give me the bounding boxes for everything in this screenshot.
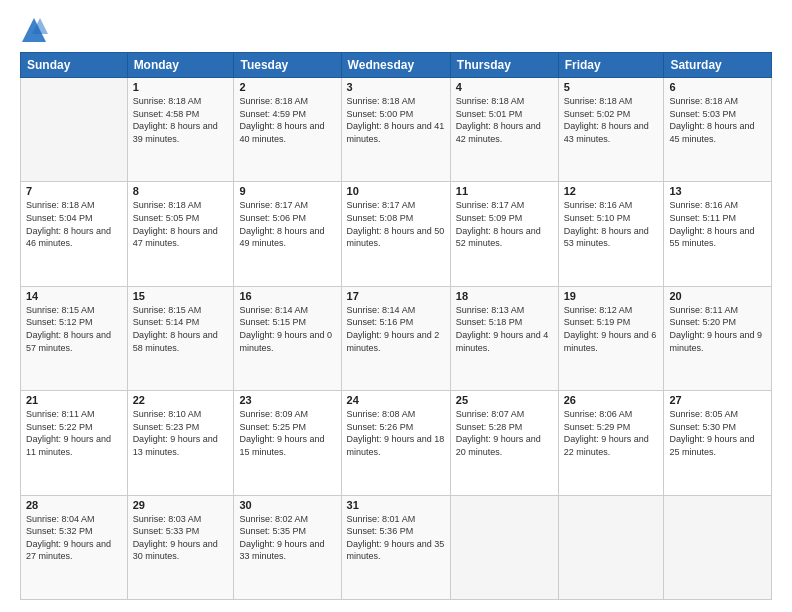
header-day: Wednesday [341,53,450,78]
calendar-cell: 14Sunrise: 8:15 AMSunset: 5:12 PMDayligh… [21,286,128,390]
calendar-cell: 15Sunrise: 8:15 AMSunset: 5:14 PMDayligh… [127,286,234,390]
day-number: 22 [133,394,229,406]
day-info: Sunrise: 8:17 AMSunset: 5:08 PMDaylight:… [347,199,445,249]
day-number: 7 [26,185,122,197]
week-row: 21Sunrise: 8:11 AMSunset: 5:22 PMDayligh… [21,391,772,495]
day-number: 27 [669,394,766,406]
day-info: Sunrise: 8:15 AMSunset: 5:14 PMDaylight:… [133,304,229,354]
calendar-cell: 29Sunrise: 8:03 AMSunset: 5:33 PMDayligh… [127,495,234,599]
logo-icon [20,16,48,44]
calendar-cell: 5Sunrise: 8:18 AMSunset: 5:02 PMDaylight… [558,78,664,182]
calendar-cell: 24Sunrise: 8:08 AMSunset: 5:26 PMDayligh… [341,391,450,495]
calendar-cell: 27Sunrise: 8:05 AMSunset: 5:30 PMDayligh… [664,391,772,495]
day-info: Sunrise: 8:18 AMSunset: 5:01 PMDaylight:… [456,95,553,145]
day-info: Sunrise: 8:18 AMSunset: 4:58 PMDaylight:… [133,95,229,145]
day-info: Sunrise: 8:11 AMSunset: 5:22 PMDaylight:… [26,408,122,458]
day-info: Sunrise: 8:18 AMSunset: 5:03 PMDaylight:… [669,95,766,145]
calendar-cell: 2Sunrise: 8:18 AMSunset: 4:59 PMDaylight… [234,78,341,182]
day-number: 6 [669,81,766,93]
day-info: Sunrise: 8:16 AMSunset: 5:10 PMDaylight:… [564,199,659,249]
calendar-cell: 12Sunrise: 8:16 AMSunset: 5:10 PMDayligh… [558,182,664,286]
day-info: Sunrise: 8:18 AMSunset: 5:05 PMDaylight:… [133,199,229,249]
calendar-cell: 9Sunrise: 8:17 AMSunset: 5:06 PMDaylight… [234,182,341,286]
day-number: 19 [564,290,659,302]
calendar-cell: 22Sunrise: 8:10 AMSunset: 5:23 PMDayligh… [127,391,234,495]
day-info: Sunrise: 8:18 AMSunset: 5:00 PMDaylight:… [347,95,445,145]
calendar-cell: 13Sunrise: 8:16 AMSunset: 5:11 PMDayligh… [664,182,772,286]
page: SundayMondayTuesdayWednesdayThursdayFrid… [0,0,792,612]
week-row: 1Sunrise: 8:18 AMSunset: 4:58 PMDaylight… [21,78,772,182]
calendar-cell: 25Sunrise: 8:07 AMSunset: 5:28 PMDayligh… [450,391,558,495]
day-number: 8 [133,185,229,197]
day-info: Sunrise: 8:14 AMSunset: 5:16 PMDaylight:… [347,304,445,354]
calendar-cell: 28Sunrise: 8:04 AMSunset: 5:32 PMDayligh… [21,495,128,599]
day-number: 12 [564,185,659,197]
day-info: Sunrise: 8:02 AMSunset: 5:35 PMDaylight:… [239,513,335,563]
calendar-cell: 11Sunrise: 8:17 AMSunset: 5:09 PMDayligh… [450,182,558,286]
header [20,16,772,44]
calendar-cell: 1Sunrise: 8:18 AMSunset: 4:58 PMDaylight… [127,78,234,182]
day-info: Sunrise: 8:17 AMSunset: 5:09 PMDaylight:… [456,199,553,249]
day-info: Sunrise: 8:01 AMSunset: 5:36 PMDaylight:… [347,513,445,563]
day-info: Sunrise: 8:15 AMSunset: 5:12 PMDaylight:… [26,304,122,354]
calendar-cell: 10Sunrise: 8:17 AMSunset: 5:08 PMDayligh… [341,182,450,286]
calendar-cell: 4Sunrise: 8:18 AMSunset: 5:01 PMDaylight… [450,78,558,182]
day-info: Sunrise: 8:07 AMSunset: 5:28 PMDaylight:… [456,408,553,458]
day-number: 31 [347,499,445,511]
day-info: Sunrise: 8:14 AMSunset: 5:15 PMDaylight:… [239,304,335,354]
day-number: 23 [239,394,335,406]
calendar-cell: 30Sunrise: 8:02 AMSunset: 5:35 PMDayligh… [234,495,341,599]
day-info: Sunrise: 8:17 AMSunset: 5:06 PMDaylight:… [239,199,335,249]
day-info: Sunrise: 8:16 AMSunset: 5:11 PMDaylight:… [669,199,766,249]
day-info: Sunrise: 8:09 AMSunset: 5:25 PMDaylight:… [239,408,335,458]
calendar-cell: 6Sunrise: 8:18 AMSunset: 5:03 PMDaylight… [664,78,772,182]
calendar-cell [558,495,664,599]
header-day: Monday [127,53,234,78]
calendar-cell: 3Sunrise: 8:18 AMSunset: 5:00 PMDaylight… [341,78,450,182]
day-info: Sunrise: 8:04 AMSunset: 5:32 PMDaylight:… [26,513,122,563]
calendar-cell [450,495,558,599]
calendar-cell [21,78,128,182]
day-info: Sunrise: 8:18 AMSunset: 4:59 PMDaylight:… [239,95,335,145]
week-row: 14Sunrise: 8:15 AMSunset: 5:12 PMDayligh… [21,286,772,390]
day-number: 11 [456,185,553,197]
day-number: 2 [239,81,335,93]
header-row: SundayMondayTuesdayWednesdayThursdayFrid… [21,53,772,78]
calendar-cell: 16Sunrise: 8:14 AMSunset: 5:15 PMDayligh… [234,286,341,390]
day-number: 18 [456,290,553,302]
day-number: 13 [669,185,766,197]
calendar-cell: 26Sunrise: 8:06 AMSunset: 5:29 PMDayligh… [558,391,664,495]
calendar-cell: 17Sunrise: 8:14 AMSunset: 5:16 PMDayligh… [341,286,450,390]
day-number: 17 [347,290,445,302]
header-day: Saturday [664,53,772,78]
day-number: 26 [564,394,659,406]
header-day: Friday [558,53,664,78]
day-number: 29 [133,499,229,511]
calendar-table: SundayMondayTuesdayWednesdayThursdayFrid… [20,52,772,600]
day-info: Sunrise: 8:08 AMSunset: 5:26 PMDaylight:… [347,408,445,458]
day-number: 24 [347,394,445,406]
logo [20,16,52,44]
calendar-cell: 23Sunrise: 8:09 AMSunset: 5:25 PMDayligh… [234,391,341,495]
day-number: 28 [26,499,122,511]
day-info: Sunrise: 8:06 AMSunset: 5:29 PMDaylight:… [564,408,659,458]
header-day: Sunday [21,53,128,78]
day-info: Sunrise: 8:05 AMSunset: 5:30 PMDaylight:… [669,408,766,458]
day-number: 5 [564,81,659,93]
day-number: 15 [133,290,229,302]
day-number: 4 [456,81,553,93]
calendar-cell: 21Sunrise: 8:11 AMSunset: 5:22 PMDayligh… [21,391,128,495]
calendar-cell: 18Sunrise: 8:13 AMSunset: 5:18 PMDayligh… [450,286,558,390]
day-info: Sunrise: 8:18 AMSunset: 5:02 PMDaylight:… [564,95,659,145]
calendar-cell [664,495,772,599]
day-info: Sunrise: 8:03 AMSunset: 5:33 PMDaylight:… [133,513,229,563]
day-info: Sunrise: 8:18 AMSunset: 5:04 PMDaylight:… [26,199,122,249]
day-info: Sunrise: 8:11 AMSunset: 5:20 PMDaylight:… [669,304,766,354]
calendar-cell: 31Sunrise: 8:01 AMSunset: 5:36 PMDayligh… [341,495,450,599]
week-row: 7Sunrise: 8:18 AMSunset: 5:04 PMDaylight… [21,182,772,286]
day-info: Sunrise: 8:10 AMSunset: 5:23 PMDaylight:… [133,408,229,458]
calendar-cell: 8Sunrise: 8:18 AMSunset: 5:05 PMDaylight… [127,182,234,286]
day-number: 10 [347,185,445,197]
header-day: Thursday [450,53,558,78]
day-number: 16 [239,290,335,302]
